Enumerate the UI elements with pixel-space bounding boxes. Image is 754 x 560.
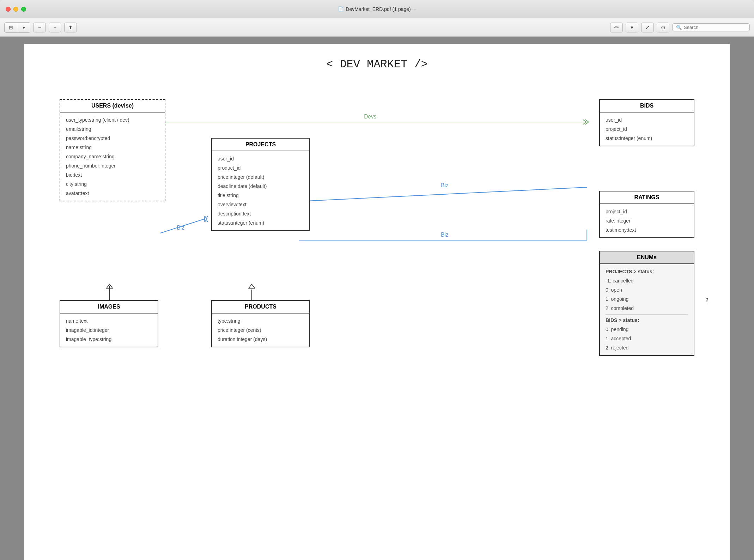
table-row: 0: open <box>606 285 688 294</box>
table-row: PROJECTS > status: <box>606 267 688 276</box>
minimize-button[interactable] <box>13 7 18 12</box>
table-row: duration:integer (days) <box>218 335 304 344</box>
table-row: name:string <box>66 143 159 152</box>
table-row: overview:text <box>218 200 304 209</box>
toolbar-right: ✏ ▾ ⤢ ⊙ 🔍 <box>610 23 750 32</box>
table-projects: PROJECTS user_id product_id price:intege… <box>211 138 310 231</box>
page-number: 2 <box>705 297 709 304</box>
table-row: company_name:string <box>66 152 159 161</box>
document-icon: 📄 <box>338 6 343 12</box>
table-row: type:string <box>218 316 304 325</box>
window-title: DevMarket_ERD.pdf (1 page) <box>346 6 411 12</box>
search-input[interactable] <box>684 25 746 30</box>
rotate-button[interactable]: ⤢ <box>641 23 654 32</box>
table-enums: ENUMs PROJECTS > status: -1: cancelled 0… <box>599 251 694 356</box>
table-row: user_id <box>606 115 688 124</box>
table-row: -1: cancelled <box>606 276 688 285</box>
table-row: title:string <box>218 191 304 200</box>
bids-header: BIDS <box>600 100 694 112</box>
person-icon: ⊙ <box>661 24 665 31</box>
erd-container: Devs Biz Biz <box>38 92 716 550</box>
table-row: 2: rejected <box>606 343 688 352</box>
pdf-area: < DEV MARKET /> Devs Biz <box>0 37 754 560</box>
table-row: price:integer (default) <box>218 172 304 182</box>
images-header: IMAGES <box>60 301 158 314</box>
products-header: PRODUCTS <box>212 301 309 314</box>
rotate-icon: ⤢ <box>645 24 650 31</box>
table-row: rate:integer <box>606 216 688 225</box>
table-users: USERS (devise) user_type:string (client … <box>60 99 165 201</box>
single-page-view-button[interactable]: ⊟ <box>5 23 17 32</box>
table-row: price:integer (cents) <box>218 325 304 335</box>
bids-body: user_id project_id status:integer (enum) <box>600 112 694 146</box>
titlebar: 📄 DevMarket_ERD.pdf (1 page) ⌄ <box>0 0 754 18</box>
svg-text:Biz: Biz <box>177 225 184 231</box>
table-row: status:integer (enum) <box>606 134 688 143</box>
table-row: imagable_type:string <box>66 335 152 344</box>
images-body: name:text imagable_id:integer imagable_t… <box>60 314 158 347</box>
zoom-in-icon: + <box>54 25 56 30</box>
table-ratings: RATINGS project_id rate:integer testimon… <box>599 191 694 238</box>
svg-line-2 <box>160 219 205 233</box>
titlebar-center: 📄 DevMarket_ERD.pdf (1 page) ⌄ <box>338 6 416 12</box>
table-row: project_id <box>606 207 688 216</box>
enums-body: PROJECTS > status: -1: cancelled 0: open… <box>600 264 694 355</box>
table-row: user_id <box>218 154 304 163</box>
person-button[interactable]: ⊙ <box>657 23 669 32</box>
table-row: description:text <box>218 209 304 218</box>
annotate-button[interactable]: ✏ <box>610 23 623 32</box>
annotate-icon: ✏ <box>614 24 619 31</box>
svg-line-5 <box>299 187 587 201</box>
zoom-in-button[interactable]: + <box>49 23 61 32</box>
view-toggle-group: ⊟ ▾ <box>4 22 30 33</box>
table-row: 0: pending <box>606 325 688 334</box>
share-button[interactable]: ⬆ <box>64 23 77 32</box>
ratings-body: project_id rate:integer testimony:text <box>600 204 694 237</box>
chevron-down-icon[interactable]: ⌄ <box>413 7 416 11</box>
search-icon: 🔍 <box>676 25 682 30</box>
maximize-button[interactable] <box>21 7 26 12</box>
table-row: email:string <box>66 124 159 134</box>
projects-header: PROJECTS <box>212 139 309 151</box>
svg-text:Devs: Devs <box>364 114 376 120</box>
table-row: status:integer (enum) <box>218 218 304 227</box>
app-window: 📄 DevMarket_ERD.pdf (1 page) ⌄ ⊟ ▾ − + ⬆… <box>0 0 754 560</box>
products-body: type:string price:integer (cents) durati… <box>212 314 309 347</box>
table-row: imagable_id:integer <box>66 325 152 335</box>
table-row: phone_number:integer <box>66 161 159 170</box>
table-products: PRODUCTS type:string price:integer (cent… <box>211 300 310 347</box>
table-row: product_id <box>218 163 304 172</box>
table-row: 2: completed <box>606 304 688 313</box>
toolbar: ⊟ ▾ − + ⬆ ✏ ▾ ⤢ ⊙ 🔍 <box>0 18 754 37</box>
table-bids: BIDS user_id project_id status:integer (… <box>599 99 694 146</box>
table-row: user_type:string (client / dev) <box>66 115 159 124</box>
zoom-out-button[interactable]: − <box>33 23 46 32</box>
chevron-down-icon: ▾ <box>631 24 633 31</box>
table-row: bio:text <box>66 170 159 179</box>
table-row: 1: ongoing <box>606 294 688 304</box>
page-title: < DEV MARKET /> <box>38 58 716 71</box>
svg-text:Biz: Biz <box>441 232 448 238</box>
table-row: city:string <box>66 179 159 189</box>
search-box: 🔍 <box>672 23 750 31</box>
table-images: IMAGES name:text imagable_id:integer ima… <box>60 300 158 347</box>
close-button[interactable] <box>6 7 11 12</box>
table-row: BIDS > status: <box>606 314 688 325</box>
enums-header: ENUMs <box>600 251 694 264</box>
table-row: project_id <box>606 124 688 134</box>
ratings-header: RATINGS <box>600 191 694 204</box>
table-row: 1: accepted <box>606 334 688 343</box>
table-row: password:encrypted <box>66 134 159 143</box>
table-row: avatar:text <box>66 189 159 198</box>
zoom-out-icon: − <box>38 25 41 30</box>
traffic-lights <box>6 7 26 12</box>
pdf-page: < DEV MARKET /> Devs Biz <box>24 44 730 560</box>
projects-body: user_id product_id price:integer (defaul… <box>212 151 309 230</box>
table-row: deadline:date (default) <box>218 182 304 191</box>
users-body: user_type:string (client / dev) email:st… <box>60 112 165 201</box>
table-row: testimony:text <box>606 225 688 235</box>
svg-text:Biz: Biz <box>441 182 448 188</box>
annotate-dropdown-button[interactable]: ▾ <box>626 23 638 32</box>
view-dropdown-button[interactable]: ▾ <box>17 23 30 32</box>
share-icon: ⬆ <box>68 25 73 30</box>
